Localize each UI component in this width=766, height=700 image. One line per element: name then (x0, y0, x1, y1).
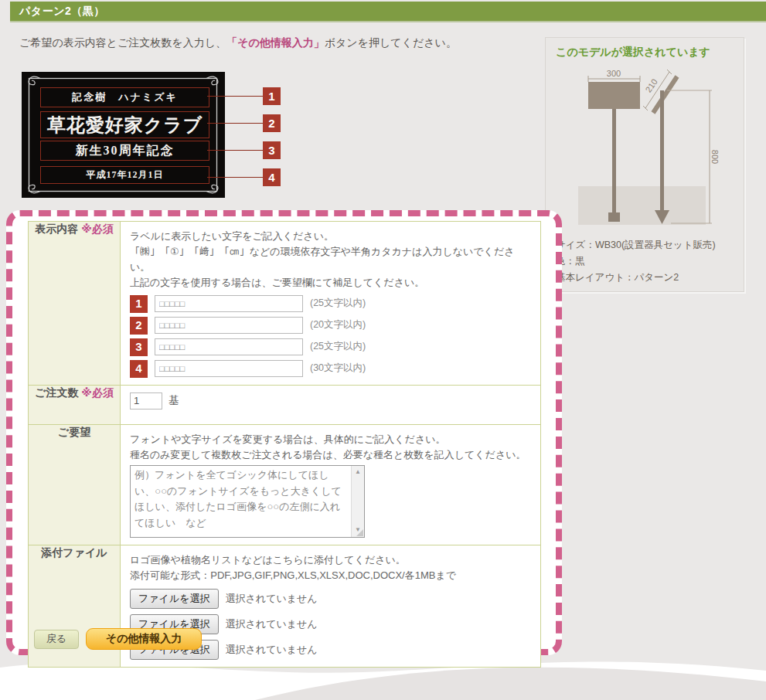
quantity-input[interactable] (130, 392, 162, 409)
display-input-row-2: 2 (20文字以内) (130, 317, 531, 335)
display-text-input-1[interactable] (155, 295, 303, 312)
instruction-emphasis: 「その他情報入力」 (226, 36, 325, 49)
quantity-label-cell: ご注文数 ※必須 (29, 385, 121, 424)
display-input-row-4: 4 (30文字以内) (130, 360, 531, 378)
request-value-cell: フォントや文字サイズを変更する場合は、具体的にご記入ください。 種名のみ変更して… (121, 424, 541, 545)
plaque-preview: 記念樹 ハナミズキ 草花愛好家クラブ 新生30周年記念 平成17年12月1日 (22, 72, 225, 198)
textarea-scrollbar[interactable]: ▲ ▼ (351, 466, 364, 537)
char-limit-1: (25文字以内) (310, 296, 366, 311)
file-status-2: 選択されていません (226, 617, 318, 632)
display-content-value-cell: ラベルに表示したい文字をご記入ください。 「㈱」「①」「﨑」「㎝」などの環境依存… (121, 222, 541, 386)
spec-size: サイズ：WB30(設置器具セット販売) (556, 237, 716, 253)
quantity-label: ご注文数 (35, 386, 78, 399)
request-textarea[interactable]: 例）フォントを全てゴシック体にしてほしい、○○のフォントサイズをもっと大きくして… (130, 465, 365, 538)
marker-badge-2: 2 (263, 114, 281, 132)
file-status-3: 選択されていません (226, 642, 318, 658)
instruction-text: ご希望の表示内容とご注文枚数を入力し、「その他情報入力」ボタンを押してください。 (19, 36, 457, 50)
table-row-request: ご要望 フォントや文字サイズを変更する場合は、具体的にご記入ください。 種名のみ… (29, 424, 541, 545)
file-select-button-1[interactable]: ファイルを選択 (130, 589, 219, 609)
other-info-submit-button[interactable]: その他情報入力 (86, 628, 202, 650)
request-label-cell: ご要望 (29, 424, 121, 545)
request-note-2: 種名のみ変更して複数枚ご注文される場合は、必要な種名と枚数を記入してください。 (130, 447, 531, 463)
input-number-badge-2: 2 (130, 317, 148, 335)
selected-model-panel: このモデルが選択されています 300 210 (545, 37, 744, 292)
display-text-input-4[interactable] (155, 360, 303, 377)
spec-color: 色：黒 (556, 253, 716, 270)
file-status-1: 選択されていません (226, 591, 318, 607)
table-row-display: 表示内容 ※必須 ラベルに表示したい文字をご記入ください。 「㈱」「①」「﨑」「… (29, 222, 541, 386)
attachment-note-2: 添付可能な形式：PDF,JPG,GIF,PNG,XLS,XLSX,DOC,DOC… (130, 568, 531, 583)
input-number-badge-4: 4 (130, 360, 148, 378)
plaque-line-1: 記念樹 ハナミズキ (40, 87, 209, 107)
section-header-bar: パターン2（黒） (10, 2, 766, 21)
dim-300-label: 300 (607, 69, 621, 78)
marker-badge-3: 3 (263, 141, 281, 159)
request-textarea-text: 例）フォントを全てゴシック体にしてほしい、○○のフォントサイズをもっと大きくして… (134, 467, 347, 532)
selected-model-title: このモデルが選択されています (546, 38, 744, 59)
dim-800-label: 800 (710, 150, 720, 164)
display-note-3: 上記の文字を使用する場合は、ご要望欄にて補足してください。 (130, 275, 531, 291)
page: パターン2（黒） ご希望の表示内容とご注文枚数を入力し、「その他情報入力」ボタン… (0, 0, 766, 700)
marker-badge-4: 4 (263, 168, 281, 186)
model-dimension-diagram: 300 210 800 (555, 69, 737, 233)
quantity-unit: 基 (169, 394, 179, 406)
table-row-quantity: ご注文数 ※必須 基 (29, 385, 541, 424)
plaque-line-3: 新生30周年記念 (40, 141, 209, 161)
marker-line-3 (207, 150, 263, 151)
attachment-label: 添付ファイル (41, 546, 107, 559)
file-row-1: ファイルを選択 選択されていません (130, 589, 531, 609)
display-input-row-1: 1 (25文字以内) (130, 295, 531, 313)
display-content-label: 表示内容 (35, 223, 78, 235)
form-button-row: 戻る その他情報入力 (34, 628, 202, 650)
marker-line-4 (207, 177, 263, 178)
input-number-badge-1: 1 (130, 295, 148, 313)
order-form-container: 表示内容 ※必須 ラベルに表示したい文字をご記入ください。 「㈱」「①」「﨑」「… (6, 210, 562, 655)
required-badge: ※必須 (81, 386, 114, 399)
resize-grip-icon[interactable] (356, 529, 363, 536)
model-specs: サイズ：WB30(設置器具セット販売) 色：黒 基本レイアウト：パターン2 (556, 237, 716, 286)
marker-badge-1: 1 (263, 87, 281, 105)
attachment-note-1: ロゴ画像や植物名リストなどはこちらに添付してください。 (130, 552, 531, 568)
display-note-2: 「㈱」「①」「﨑」「㎝」などの環境依存文字や半角カタカナは入力しないでください。 (130, 244, 531, 275)
char-limit-4: (30文字以内) (310, 361, 366, 375)
request-note-1: フォントや文字サイズを変更する場合は、具体的にご記入ください。 (130, 432, 531, 447)
display-text-input-3[interactable] (155, 338, 303, 355)
marker-line-2 (207, 123, 263, 124)
scroll-up-icon[interactable]: ▲ (352, 467, 364, 477)
page-title: パターン2（黒） (10, 2, 766, 21)
back-button[interactable]: 戻る (34, 630, 79, 649)
display-note-1: ラベルに表示したい文字をご記入ください。 (130, 229, 531, 244)
instruction-pre: ご希望の表示内容とご注文枚数を入力し、 (19, 36, 226, 49)
quantity-value-cell: 基 (121, 385, 541, 424)
char-limit-3: (25文字以内) (310, 339, 366, 354)
spec-layout: 基本レイアウト：パターン2 (556, 270, 716, 286)
marker-line-1 (207, 96, 263, 97)
char-limit-2: (20文字以内) (310, 318, 366, 332)
request-label: ご要望 (58, 426, 90, 438)
display-content-label-cell: 表示内容 ※必須 (29, 222, 121, 386)
instruction-post: ボタンを押してください。 (325, 36, 457, 49)
input-number-badge-3: 3 (130, 338, 148, 356)
required-badge: ※必須 (81, 223, 114, 235)
display-input-row-3: 3 (25文字以内) (130, 338, 531, 356)
plaque-line-4: 平成17年12月1日 (40, 166, 209, 184)
display-text-input-2[interactable] (155, 317, 303, 334)
order-form-table: 表示内容 ※必須 ラベルに表示したい文字をご記入ください。 「㈱」「①」「﨑」「… (28, 221, 541, 668)
plaque-line-2: 草花愛好家クラブ (40, 111, 209, 138)
